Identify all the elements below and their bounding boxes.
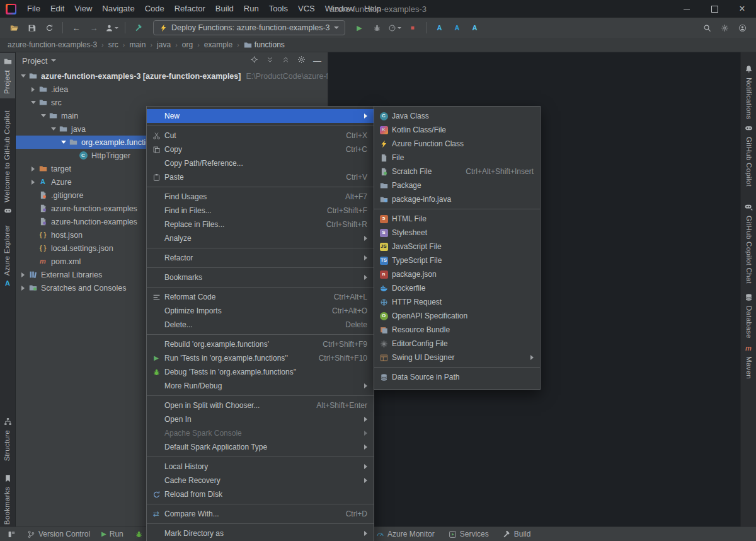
locate-file-button[interactable] (250, 55, 258, 66)
breadcrumb-org[interactable]: org (182, 40, 193, 49)
collapse-all-button[interactable] (282, 55, 290, 66)
breadcrumb-example[interactable]: example (204, 40, 232, 49)
chevron-open-icon[interactable] (38, 114, 48, 117)
menu-item-editorconfig-file[interactable]: EditorConfig File (374, 337, 540, 351)
menubar-code[interactable]: Code (140, 0, 169, 18)
menu-item-replace-in-files[interactable]: Replace in Files...Ctrl+Shift+R (147, 218, 374, 231)
menubar-file[interactable]: File (22, 0, 45, 18)
menu-item-reload-from-disk[interactable]: Reload from Disk (147, 487, 374, 501)
user-profile-button[interactable] (103, 20, 120, 35)
menu-item-azure-function-class[interactable]: Azure Function Class (374, 137, 540, 151)
open-project-button[interactable] (6, 20, 22, 35)
tool-button-github-copilot-chat[interactable]: GitHub Copilot Chat (741, 199, 756, 288)
chevron-closed-icon[interactable] (28, 166, 38, 172)
chevron-closed-icon[interactable] (18, 272, 28, 277)
tool-button-notifications[interactable]: Notifications (741, 61, 756, 124)
menubar-window[interactable]: Window (320, 0, 359, 18)
menu-item-java-class[interactable]: CJava Class (374, 109, 540, 123)
menubar-view[interactable]: View (69, 0, 97, 18)
breadcrumb-java[interactable]: java (157, 40, 171, 49)
chevron-down-icon[interactable] (51, 59, 56, 62)
stop-button[interactable]: ■ (404, 20, 421, 35)
chevron-closed-icon[interactable] (28, 180, 38, 185)
menu-item-html-file[interactable]: 5HTML File (374, 212, 540, 226)
version-control[interactable]: Version Control (27, 530, 90, 538)
chevron-open-icon[interactable] (49, 127, 58, 131)
tool-button-database[interactable]: Database (741, 289, 756, 343)
menu-item-swing-ui-designer[interactable]: Swing UI Designer (374, 351, 540, 364)
hide-panel-button[interactable]: — (313, 56, 321, 66)
menubar-build[interactable]: Build (210, 0, 239, 18)
menubar-refactor[interactable]: Refactor (169, 0, 210, 18)
menu-item-package-json[interactable]: npackage.json (374, 267, 540, 281)
menu-item-compare-with[interactable]: ⇄Compare With...Ctrl+D (147, 507, 374, 521)
run-with-coverage-button[interactable] (387, 20, 403, 35)
close-button[interactable]: × (728, 0, 756, 18)
menu-item-find-usages[interactable]: Find UsagesAlt+F7 (147, 190, 374, 204)
menu-item-javascript-file[interactable]: JSJavaScript File (374, 240, 540, 253)
run-button[interactable]: ▶ (352, 20, 368, 35)
menu-item-file[interactable]: File (374, 151, 540, 165)
azure-tool-1-button[interactable]: A (432, 20, 448, 35)
menu-item-package-info-java[interactable]: package-info.java (374, 192, 540, 206)
run-toolwindow[interactable]: ▶Run (101, 530, 123, 538)
minimize-button[interactable] (673, 0, 701, 18)
breadcrumb-main[interactable]: main (129, 40, 146, 49)
tool-button-welcome-to-github-copilot[interactable]: Welcome to GitHub Copilot (0, 106, 15, 219)
menu-item-cut[interactable]: CutCtrl+X (147, 129, 374, 143)
menu-item-copy[interactable]: CopyCtrl+C (147, 143, 374, 156)
menubar-vcs[interactable]: VCS (293, 0, 320, 18)
menu-item-rebuild-org-example-functions[interactable]: Rebuild 'org.example.functions'Ctrl+Shif… (147, 337, 374, 351)
back-button[interactable]: ← (68, 20, 84, 35)
menubar-help[interactable]: Help (359, 0, 386, 18)
forward-button[interactable]: → (86, 20, 102, 35)
menu-item-refactor[interactable]: Refactor (147, 251, 374, 265)
menu-item-copy-path-reference[interactable]: Copy Path/Reference... (147, 156, 374, 170)
menu-item-run-tests-in-org-example-functions[interactable]: ▶Run 'Tests in 'org.example.functions''C… (147, 351, 374, 365)
project-panel-title[interactable]: Project (22, 56, 47, 66)
menubar-run[interactable]: Run (239, 0, 264, 18)
user-avatar-button[interactable] (734, 20, 750, 35)
chevron-open-icon[interactable] (18, 74, 28, 78)
menubar-navigate[interactable]: Navigate (97, 0, 139, 18)
menu-item-openapi-specification[interactable]: OOpenAPI Specification (374, 309, 540, 323)
menu-item-mark-directory-as[interactable]: Mark Directory as (147, 526, 374, 540)
services[interactable]: Services (449, 530, 489, 538)
chevron-closed-icon[interactable] (28, 87, 38, 92)
menubar-tools[interactable]: Tools (264, 0, 293, 18)
synchronize-button[interactable] (41, 20, 57, 35)
tool-windows-toggle[interactable] (8, 530, 16, 538)
run-config-combo[interactable]: Deploy Functions: azure-function-example… (153, 20, 345, 35)
build-project-button[interactable] (130, 20, 147, 35)
menu-item-open-in[interactable]: Open In (147, 412, 374, 426)
tool-button-structure[interactable]: Structure (0, 413, 15, 465)
breadcrumb-azure-function-examples-3[interactable]: azure-function-examples-3 (8, 40, 97, 49)
menu-item-scratch-file[interactable]: Scratch FileCtrl+Alt+Shift+Insert (374, 165, 540, 178)
breadcrumb-src[interactable]: src (108, 40, 118, 49)
build[interactable]: Build (503, 530, 531, 538)
menu-item-cache-recovery[interactable]: Cache Recovery (147, 474, 374, 487)
chevron-open-icon[interactable] (28, 101, 38, 104)
menu-item-dockerfile[interactable]: Dockerfile (374, 281, 540, 295)
menubar-edit[interactable]: Edit (45, 0, 69, 18)
azure-tool-2-button[interactable]: A (449, 20, 466, 35)
menu-item-debug-tests-in-org-example-functions[interactable]: Debug 'Tests in 'org.example.functions'' (147, 365, 374, 379)
menu-item-resource-bundle[interactable]: Resource Bundle (374, 323, 540, 337)
tool-button-azure-explorer[interactable]: Azure ExplorerA (0, 221, 15, 291)
menu-item-find-in-files[interactable]: Find in Files...Ctrl+Shift+F (147, 204, 374, 218)
search-everywhere-button[interactable] (699, 20, 715, 35)
menu-item-delete[interactable]: Delete...Delete (147, 318, 374, 332)
tool-button-bookmarks[interactable]: Bookmarks (0, 470, 15, 527)
azure-monitor[interactable]: Azure Monitor (376, 530, 435, 538)
settings-button[interactable] (716, 20, 733, 35)
save-all-button[interactable] (23, 20, 40, 35)
panel-settings-button[interactable] (297, 55, 306, 66)
tool-button-github-copilot[interactable]: GitHub Copilot (741, 120, 756, 191)
tree-item-azure-function-examples-3-azure-function-examples[interactable]: azure-function-examples-3 [azure-functio… (16, 69, 328, 83)
menu-item-data-source-in-path[interactable]: Data Source in Path (374, 370, 540, 384)
breadcrumb-functions[interactable]: functions (244, 40, 285, 49)
tree-item-idea[interactable]: .idea (16, 83, 328, 96)
tool-button-project[interactable]: Project (0, 53, 15, 98)
menu-item-package[interactable]: Package (374, 178, 540, 192)
menu-item-analyze[interactable]: Analyze (147, 231, 374, 245)
